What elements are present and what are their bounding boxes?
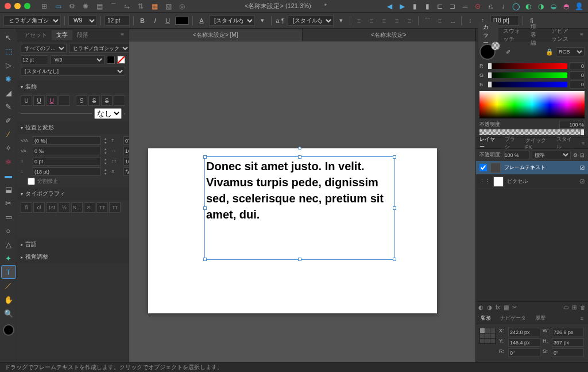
italic-button[interactable]: I bbox=[150, 16, 160, 26]
strike-none-button[interactable]: S bbox=[76, 95, 87, 106]
rectangle-tool[interactable]: ▭ bbox=[2, 210, 16, 223]
handle-bl[interactable] bbox=[203, 258, 207, 261]
fraction-button[interactable]: ½ bbox=[59, 202, 70, 213]
panel-font-select[interactable]: ヒラギノ角ゴシック bbox=[69, 44, 129, 53]
underline-single-button[interactable]: U bbox=[33, 95, 45, 106]
valign-top-icon[interactable]: ⎴ bbox=[422, 16, 432, 26]
insert-icon[interactable]: ↓ bbox=[498, 2, 508, 11]
bool-union-icon[interactable]: ◯ bbox=[511, 2, 520, 11]
bullet-list-icon[interactable]: ⫶ bbox=[465, 16, 475, 26]
rotate-input[interactable] bbox=[123, 136, 129, 145]
caps-button[interactable]: TT bbox=[96, 202, 108, 213]
lock-icon[interactable]: 🔒 bbox=[546, 48, 554, 56]
strike-single-button[interactable]: S bbox=[88, 95, 100, 106]
stack-icon[interactable]: ▧ bbox=[164, 2, 173, 11]
zoom-tool[interactable]: 🔍 bbox=[2, 307, 16, 320]
valign-bottom-icon[interactable]: ⎵ bbox=[447, 16, 458, 26]
tracking-input[interactable] bbox=[33, 147, 100, 155]
fx-icon[interactable]: fx bbox=[496, 304, 500, 310]
adjustment-icon[interactable]: ◑ bbox=[487, 304, 492, 310]
magnet-icon[interactable]: ⊙ bbox=[473, 2, 482, 11]
char-style-select[interactable]: [スタイルなし] bbox=[209, 16, 255, 26]
y-input[interactable] bbox=[508, 338, 540, 347]
delete-layer-icon[interactable]: 🗑 bbox=[580, 304, 586, 310]
valign-center-icon[interactable]: ≡ bbox=[435, 16, 445, 26]
section-optical[interactable]: 視覚調整 bbox=[17, 251, 129, 263]
red-slider[interactable] bbox=[488, 63, 567, 69]
bool-divide-icon[interactable]: ◓ bbox=[562, 2, 571, 11]
color-mode-select[interactable]: RGB bbox=[556, 47, 585, 56]
ordinal-button[interactable]: 1st bbox=[46, 202, 57, 213]
pen-tool[interactable]: ✎ bbox=[2, 100, 16, 113]
color-spectrum[interactable] bbox=[479, 91, 585, 118]
eyedropper-tool[interactable]: ✐ bbox=[2, 114, 16, 126]
eraser-tool[interactable]: ⬓ bbox=[2, 183, 16, 195]
underline-button[interactable]: U bbox=[163, 16, 173, 26]
opacity-input[interactable] bbox=[559, 121, 585, 129]
text-fill-swatch[interactable] bbox=[107, 56, 115, 64]
ellipse-tool[interactable]: ○ bbox=[2, 224, 16, 237]
panel-menu-icon[interactable]: ≡ bbox=[118, 32, 126, 38]
green-slider[interactable] bbox=[488, 72, 567, 78]
flip-h-icon[interactable]: ⇋ bbox=[122, 2, 131, 11]
bool-intersect-icon[interactable]: ◑ bbox=[536, 2, 546, 11]
para-style-select[interactable]: [スタイルなし] bbox=[288, 16, 334, 26]
brush-tool[interactable]: ⁄ bbox=[2, 128, 16, 140]
deco-swatch[interactable] bbox=[124, 113, 125, 114]
tab-quickfx[interactable]: クイックFX bbox=[522, 137, 553, 150]
stylistic2-button[interactable]: S. bbox=[84, 202, 95, 213]
align-left-icon[interactable]: ▤ bbox=[95, 2, 104, 11]
layer-item[interactable]: ⋮⋮ ピクセル ☑ bbox=[476, 175, 588, 189]
close-icon[interactable] bbox=[5, 3, 11, 9]
shear-input[interactable] bbox=[123, 167, 129, 176]
color-well[interactable] bbox=[3, 324, 14, 336]
rotation-handle[interactable] bbox=[298, 147, 301, 150]
layers-icon[interactable]: ▦ bbox=[150, 2, 159, 11]
red-input[interactable] bbox=[570, 62, 585, 70]
crop-tool[interactable]: ✂ bbox=[2, 197, 16, 209]
font-size-input[interactable] bbox=[105, 16, 130, 26]
distribute-icon[interactable]: ▮ bbox=[410, 2, 419, 11]
align-justify-icon[interactable]: ≡ bbox=[392, 16, 402, 26]
gear-icon[interactable]: ⚙ bbox=[67, 2, 76, 11]
hand-tool[interactable]: ✋ bbox=[2, 293, 16, 306]
text-color-swatch[interactable] bbox=[175, 17, 189, 25]
add-layer-icon[interactable]: ⊞ bbox=[572, 304, 577, 310]
link-icon[interactable]: ⎌ bbox=[486, 2, 495, 11]
triangle-tool[interactable]: △ bbox=[2, 238, 16, 251]
snap-icon[interactable]: ⊏ bbox=[435, 2, 444, 11]
text-content[interactable]: Donec sit amet justo. In velit. Vivamus … bbox=[205, 157, 394, 224]
clone-tool[interactable]: ✧ bbox=[2, 141, 16, 154]
green-input[interactable] bbox=[570, 71, 585, 79]
tab-transform[interactable]: 変形 bbox=[476, 315, 496, 322]
grid-icon[interactable]: ⊞ bbox=[40, 2, 49, 11]
layer-item[interactable]: フレームテキスト ☑ bbox=[476, 161, 588, 175]
tab-paragraph[interactable]: 段落 bbox=[72, 30, 93, 40]
settings-icon[interactable]: ✺ bbox=[81, 2, 90, 11]
document-icon[interactable]: ▭ bbox=[53, 2, 63, 11]
smallcaps-button[interactable]: Tт bbox=[109, 202, 121, 213]
x-input[interactable] bbox=[508, 328, 540, 336]
tab-asset[interactable]: アセット bbox=[20, 30, 52, 40]
section-typography[interactable]: タイポグラフィ bbox=[17, 187, 129, 200]
align-center-icon[interactable]: ≡ bbox=[366, 16, 377, 26]
deco-style-select[interactable]: なし bbox=[94, 108, 122, 119]
underline-color-swatch[interactable] bbox=[59, 95, 70, 106]
mask-icon[interactable]: ◐ bbox=[478, 304, 483, 310]
layer-opacity-input[interactable] bbox=[504, 151, 529, 159]
tab-navigator[interactable]: ナビゲータ bbox=[496, 315, 531, 322]
align-left-icon[interactable]: ≡ bbox=[354, 16, 364, 26]
handle-bc[interactable] bbox=[298, 258, 301, 261]
no-break-checkbox[interactable] bbox=[28, 178, 35, 185]
text-stroke-swatch[interactable] bbox=[117, 56, 125, 64]
hscale-input[interactable] bbox=[123, 147, 129, 155]
stylistic-button[interactable]: S… bbox=[71, 202, 83, 213]
handle-br[interactable] bbox=[393, 258, 396, 261]
color-menu-icon[interactable]: ≡ bbox=[578, 32, 586, 38]
r-input[interactable] bbox=[508, 348, 540, 357]
blue-slider[interactable] bbox=[488, 82, 567, 87]
star-tool[interactable]: ✦ bbox=[2, 252, 16, 264]
panel-weight-select[interactable]: W9 bbox=[51, 55, 105, 64]
tab-history[interactable]: 履歴 bbox=[531, 315, 550, 322]
blue-input[interactable] bbox=[570, 80, 585, 89]
